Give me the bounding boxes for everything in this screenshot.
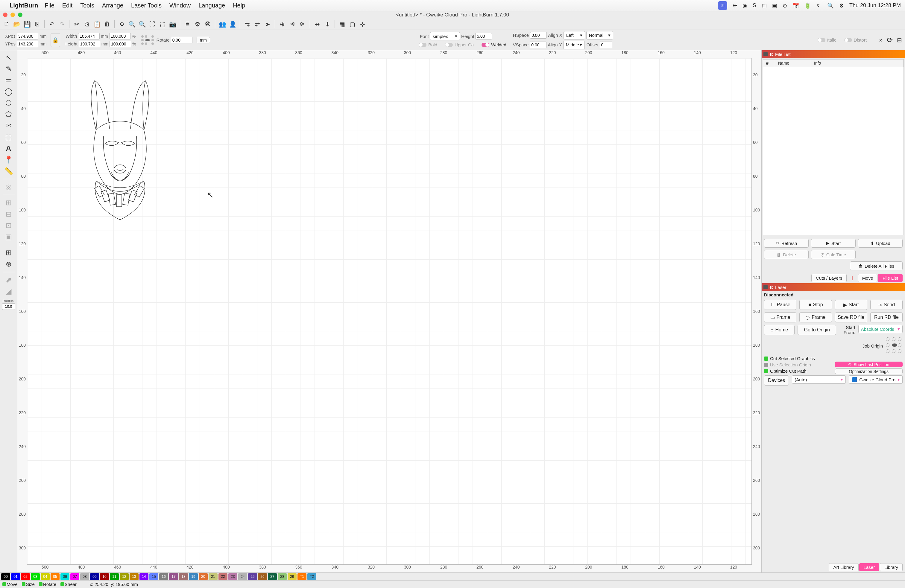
align-center-icon[interactable]: ⊕ [278, 20, 286, 29]
clock[interactable]: Thu 20 Jun 12:28 PM [849, 2, 901, 9]
tray-icon[interactable]: 📅 [792, 2, 799, 9]
optimization-settings-button[interactable]: Optimization Settings [835, 368, 903, 374]
tab-laser[interactable]: Laser [859, 563, 880, 571]
radial-array-icon[interactable]: ⊛ [2, 259, 15, 269]
save-icon[interactable]: 💾 [23, 20, 31, 29]
color-swatch[interactable]: 16 [159, 573, 168, 580]
width-input[interactable] [78, 33, 100, 40]
collapse-icon[interactable]: ◐ [769, 284, 773, 290]
mirror-v-icon[interactable]: ⥂ [253, 20, 262, 29]
color-swatch[interactable]: 08 [80, 573, 89, 580]
color-swatch[interactable]: 26 [258, 573, 267, 580]
save-rd-button[interactable]: Save RD file [835, 312, 867, 322]
color-swatch[interactable]: 20 [199, 573, 208, 580]
dog-head-artwork[interactable] [78, 76, 162, 232]
color-swatch[interactable]: 00 [1, 573, 10, 580]
font-select[interactable]: simplex▾ [430, 32, 460, 40]
home-button[interactable]: ⌂Home [764, 325, 795, 335]
ellipse-tool-icon[interactable]: ◯ [2, 86, 15, 97]
send-button[interactable]: ➜Send [870, 300, 903, 310]
paste-icon[interactable]: 📋 [93, 20, 101, 29]
menu-tools[interactable]: Tools [80, 2, 94, 9]
refresh-button[interactable]: ⟳Refresh [764, 239, 809, 248]
pause-button[interactable]: ⏸Pause [764, 300, 796, 310]
draw-line-tool-icon[interactable]: ✎ [2, 63, 15, 74]
polygon-tool-icon[interactable]: ⬡ [2, 98, 15, 108]
color-swatch[interactable]: 04 [41, 573, 50, 580]
canvas-area[interactable]: 5004804604404204003803603403203002802602… [17, 50, 761, 572]
fheight-input[interactable] [475, 33, 492, 40]
menu-window[interactable]: Window [169, 2, 191, 9]
status-size[interactable]: Size [26, 582, 35, 587]
color-swatch[interactable]: 12 [120, 573, 129, 580]
select-tool-icon[interactable]: ↖ [2, 52, 15, 63]
color-swatch[interactable]: 11 [110, 573, 119, 580]
bold-toggle[interactable] [419, 43, 427, 47]
frame-rubber-button[interactable]: ◌Frame [799, 312, 832, 322]
zoom-fit-icon[interactable]: ⛶ [148, 20, 157, 29]
delete-all-button[interactable]: 🗑Delete All Files [850, 262, 903, 270]
tray-icon[interactable]: ⁜ [733, 2, 737, 9]
alignx-select[interactable]: Left▾ [564, 31, 585, 40]
group-icon[interactable]: ▦ [338, 20, 346, 29]
units-button[interactable]: mm [197, 37, 210, 43]
welded-toggle[interactable] [481, 43, 489, 47]
color-swatch[interactable]: 24 [238, 573, 247, 580]
tab-move[interactable]: Move [858, 274, 878, 282]
hspace-input[interactable] [530, 32, 547, 39]
tab-art-library[interactable]: Art Library [829, 563, 858, 571]
color-swatch[interactable]: 14 [140, 573, 148, 580]
upload-button[interactable]: ⬆Upload [858, 239, 903, 248]
color-swatch[interactable]: 23 [229, 573, 237, 580]
circle-array-icon[interactable]: ◎ [2, 182, 15, 192]
col-num[interactable]: # [763, 60, 775, 67]
status-rotate[interactable]: Rotate [43, 582, 56, 587]
menu-file[interactable]: File [45, 2, 54, 9]
cut-icon[interactable]: ✂ [72, 20, 81, 29]
undo-icon[interactable]: ↶ [48, 20, 56, 29]
menu-lasertools[interactable]: Laser Tools [131, 2, 162, 9]
pan-icon[interactable]: ✥ [117, 20, 126, 29]
tray-icon[interactable]: ⊙ [783, 2, 787, 9]
vspace-input[interactable] [530, 41, 546, 48]
marker-tool-icon[interactable]: 📍 [2, 154, 15, 165]
filelist-table[interactable]: # Name Info [763, 59, 904, 235]
menu-language[interactable]: Language [198, 2, 225, 9]
use-selection-origin-check[interactable]: Use Selection Origin [762, 361, 830, 368]
app-name[interactable]: LightBurn [10, 2, 38, 9]
color-swatch[interactable]: 28 [278, 573, 287, 580]
start-button[interactable]: ▶Start [811, 239, 856, 248]
menu-help[interactable]: Help [233, 2, 245, 9]
frame-rect-button[interactable]: ▭Frame [764, 312, 796, 322]
text-tool-icon[interactable]: A [2, 143, 15, 154]
tray-icon[interactable]: S [753, 2, 756, 9]
color-swatch[interactable]: 27 [268, 573, 277, 580]
col-name[interactable]: Name [775, 60, 811, 67]
color-swatch[interactable]: 09 [90, 573, 99, 580]
startfrom-select[interactable]: Absolute Coords▾ [858, 325, 903, 333]
intersect-icon[interactable]: ▣ [2, 231, 15, 242]
color-swatch[interactable]: 02 [21, 573, 30, 580]
send-icon[interactable]: ➤ [264, 20, 272, 29]
tray-icon[interactable]: ◉ [743, 2, 747, 9]
color-swatch[interactable]: T2 [307, 573, 316, 580]
camera-icon[interactable]: 📷 [168, 20, 177, 29]
run-rd-button[interactable]: Run RD file [870, 312, 903, 322]
aligny-select[interactable]: Middle▾ [563, 41, 585, 49]
maximize-window-button[interactable] [18, 13, 22, 17]
redo-icon[interactable]: ↷ [58, 20, 66, 29]
color-swatch[interactable]: 22 [219, 573, 227, 580]
copy-icon[interactable]: ⎘ [83, 20, 91, 29]
height-input[interactable] [79, 41, 100, 47]
measure-tool-icon[interactable]: 📏 [2, 166, 15, 176]
new-file-icon[interactable]: 🗋 [2, 20, 11, 29]
color-swatch[interactable]: 15 [149, 573, 158, 580]
anchor-grid[interactable] [140, 34, 152, 46]
devices-button[interactable]: Devices [764, 376, 789, 385]
color-swatch[interactable]: 19 [189, 573, 198, 580]
normal-select[interactable]: Normal▾ [586, 31, 613, 40]
star-tool-icon[interactable]: ⬠ [2, 109, 15, 120]
minimize-window-button[interactable] [11, 13, 15, 17]
width-pct-input[interactable] [109, 33, 131, 40]
col-info[interactable]: Info [811, 60, 903, 67]
